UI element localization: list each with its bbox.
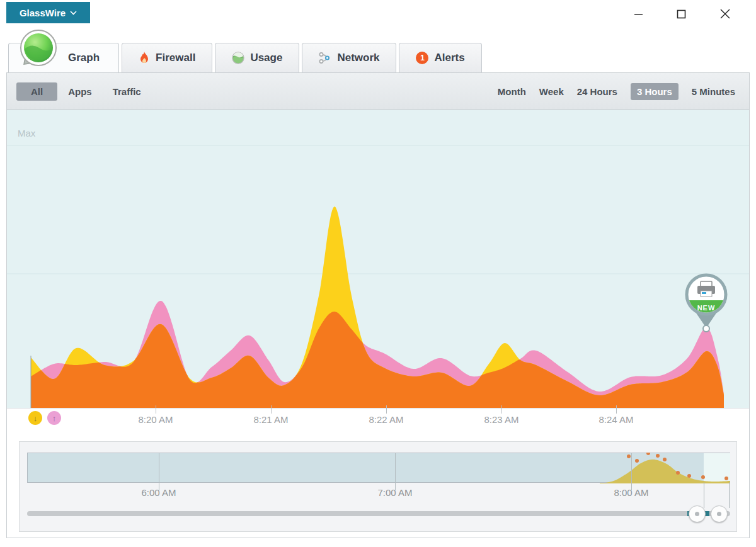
timeline-alert-dot — [687, 474, 691, 478]
range-5minutes[interactable]: 5 Minutes — [692, 86, 735, 97]
tab-alerts[interactable]: 1 Alerts — [399, 43, 481, 72]
time-range-group: Month Week 24 Hours 3 Hours 5 Minutes — [498, 83, 735, 100]
timeline-alert-dot — [627, 454, 631, 458]
timeline-slider-handle-right[interactable] — [711, 505, 728, 522]
flame-icon — [139, 51, 150, 65]
timeline-alert-dot — [646, 453, 650, 455]
axis-tick-label: 8:20 AM — [121, 414, 190, 425]
network-nodes-icon — [319, 51, 331, 65]
timeline-hour-gridline — [631, 453, 632, 490]
axis-tick-label: 8:23 AM — [467, 414, 536, 425]
axis-tick — [156, 405, 156, 414]
timeline-band[interactable] — [27, 453, 730, 483]
tab-network-label: Network — [337, 52, 379, 64]
timeline-hour-label: 6:00 AM — [121, 487, 197, 498]
alerts-badge: 1 — [416, 52, 428, 64]
timeline-alert-dot — [724, 477, 728, 480]
axis-tick-label: 8:24 AM — [581, 414, 651, 425]
timeline-mini-chart — [27, 453, 731, 484]
close-icon — [720, 9, 730, 19]
tab-bar: Graph Firewall Usage — [8, 43, 482, 72]
range-24hours[interactable]: 24 Hours — [577, 86, 617, 97]
timeline-slider-handle-left[interactable] — [689, 505, 706, 522]
timeline-hour-label: 7:00 AM — [357, 487, 433, 498]
timeline-scrollbar[interactable] — [27, 511, 730, 516]
selection-right-edge — [729, 482, 730, 508]
upload-arrow-icon[interactable]: ↑ — [47, 411, 61, 425]
bandwidth-area-chart: NEW — [7, 110, 749, 408]
tab-usage-label: Usage — [250, 52, 282, 64]
timeline-panel: 6:00 AM7:00 AM8:00 AM — [19, 441, 737, 532]
timeline-alert-dot — [656, 454, 660, 458]
axis-tick — [501, 405, 502, 414]
timeline-hour-gridline — [159, 453, 159, 490]
filter-all[interactable]: All — [16, 82, 57, 101]
download-arrow-icon[interactable]: ↓ — [28, 411, 42, 425]
glasswire-menu-button[interactable]: GlassWire — [6, 2, 90, 23]
new-badge-label: NEW — [697, 304, 716, 312]
filter-apps[interactable]: Apps — [68, 86, 92, 97]
axis-tick — [386, 405, 387, 414]
timeline-alert-dot — [663, 458, 667, 461]
bandwidth-chart[interactable]: NEW Max — [7, 110, 749, 408]
axis-tick — [616, 405, 617, 414]
usage-globe-icon — [232, 52, 244, 64]
time-axis: ↓ ↑ 8:20 AM8:21 AM8:22 AM8:23 AM8:24 AM — [7, 408, 749, 435]
timeline-alert-dot — [676, 471, 680, 475]
timeline-alert-dot — [635, 459, 639, 463]
axis-tick — [271, 405, 272, 414]
glasswire-menu-label: GlassWire — [20, 8, 66, 18]
glasswire-logo — [19, 29, 58, 68]
minimize-button[interactable] — [627, 4, 649, 24]
maximize-icon — [677, 9, 686, 19]
timeline-hour-gridline — [395, 453, 396, 490]
tab-graph-label: Graph — [68, 52, 100, 64]
timeline-hour-label: 8:00 AM — [593, 487, 669, 498]
selection-left-edge — [704, 482, 704, 508]
chevron-down-icon — [70, 11, 77, 15]
tab-usage[interactable]: Usage — [215, 43, 299, 72]
maximize-button[interactable] — [670, 4, 692, 24]
minimize-icon — [634, 9, 643, 19]
range-week[interactable]: Week — [539, 86, 564, 97]
range-3hours[interactable]: 3 Hours — [631, 83, 679, 100]
tab-network[interactable]: Network — [302, 43, 396, 72]
axis-tick-label: 8:22 AM — [352, 414, 421, 425]
tab-alerts-label: Alerts — [434, 52, 464, 64]
filter-traffic[interactable]: Traffic — [113, 86, 141, 97]
main-panel: All Apps Traffic Month Week 24 Hours 3 H… — [6, 72, 750, 538]
range-month[interactable]: Month — [498, 86, 526, 97]
timeline-alert-dot — [701, 475, 705, 479]
graph-toolbar: All Apps Traffic Month Week 24 Hours 3 H… — [7, 73, 749, 110]
printer-new-pin[interactable]: NEW — [686, 275, 726, 332]
glasswire-window: GlassWire Graph Firewall — [0, 0, 756, 547]
axis-tick-label: 8:21 AM — [236, 414, 306, 425]
tab-firewall-label: Firewall — [156, 52, 195, 64]
tab-firewall[interactable]: Firewall — [122, 43, 212, 72]
close-button[interactable] — [714, 4, 736, 24]
max-label: Max — [18, 128, 35, 138]
